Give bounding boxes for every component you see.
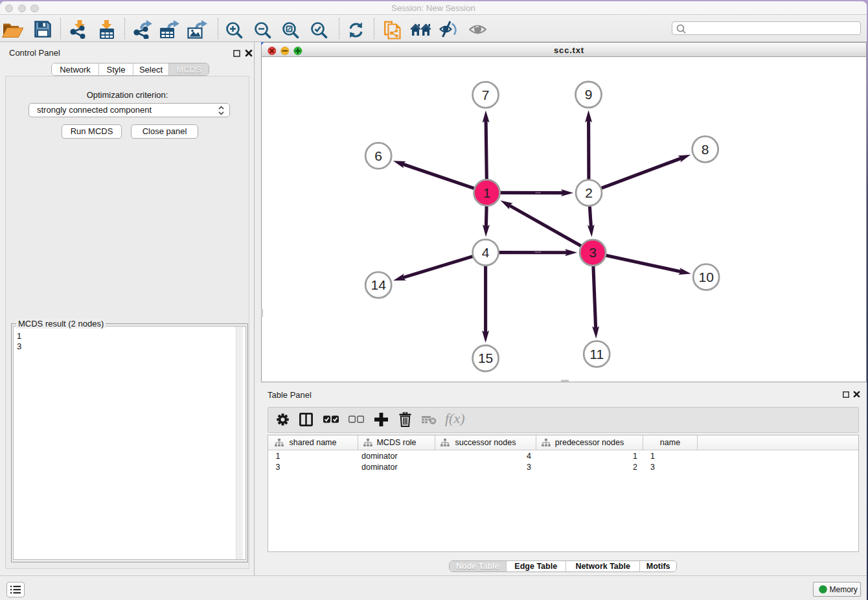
svg-text:11: 11	[589, 347, 604, 362]
svg-text:8: 8	[701, 142, 709, 157]
svg-text:10: 10	[698, 270, 713, 284]
svg-text:14: 14	[371, 277, 386, 292]
svg-text:1: 1	[483, 185, 490, 200]
svg-text:9: 9	[584, 87, 592, 102]
svg-text:4: 4	[481, 245, 489, 260]
svg-text:6: 6	[374, 148, 382, 163]
svg-text:3: 3	[589, 245, 597, 260]
svg-text:7: 7	[481, 87, 489, 102]
svg-text:2: 2	[585, 185, 593, 200]
svg-text:15: 15	[477, 351, 492, 365]
